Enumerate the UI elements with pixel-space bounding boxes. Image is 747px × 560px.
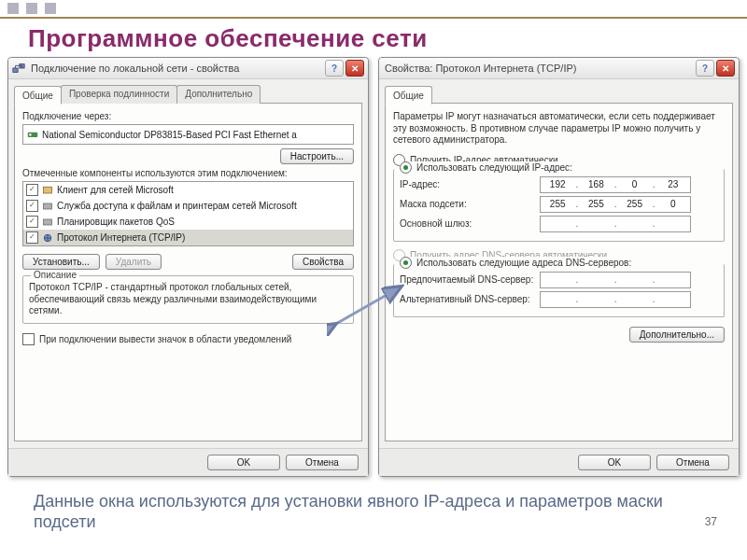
pref-dns-label: Предпочитаемый DNS-сервер: <box>400 274 540 285</box>
cancel-button[interactable]: Отмена <box>286 455 359 470</box>
components-list[interactable]: ✓ Клиент для сетей Microsoft ✓ Служба до… <box>22 181 354 246</box>
intro-text: Параметры IP могут назначаться автоматич… <box>393 111 725 147</box>
page-title: Программное обеспечение сети <box>0 19 747 57</box>
list-item[interactable]: ✓ Клиент для сетей Microsoft <box>23 182 353 198</box>
description-text: Протокол TCP/IP - стандартный протокол г… <box>29 282 347 317</box>
radio-label: Использовать следующий IP-адрес: <box>416 162 572 173</box>
close-button[interactable]: ✕ <box>345 60 364 77</box>
component-label: Клиент для сетей Microsoft <box>57 185 174 195</box>
description-group: Описание Протокол TCP/IP - стандартный п… <box>22 275 354 324</box>
alt-dns-input[interactable]: ... <box>540 291 691 308</box>
manual-dns-group: Использовать следующие адреса DNS-сервер… <box>393 264 725 317</box>
manual-ip-group: Использовать следующий IP-адрес: IP-адре… <box>393 169 725 242</box>
adapter-name: National Semiconductor DP83815-Based PCI… <box>42 130 297 140</box>
properties-button[interactable]: Свойства <box>292 254 354 270</box>
list-item-selected[interactable]: ✓ Протокол Интернета (TCP/IP) <box>23 230 353 245</box>
ok-button[interactable]: OK <box>578 455 651 470</box>
network-connection-icon <box>12 62 25 75</box>
ip-label: IP-адрес: <box>400 179 540 189</box>
install-button[interactable]: Установить... <box>22 254 100 270</box>
tab-body-general: Подключение через: National Semiconducto… <box>14 103 362 441</box>
tab-body-general: Параметры IP могут назначаться автоматич… <box>385 103 733 441</box>
titlebar[interactable]: Свойства: Протокол Интернета (TCP/IP) ? … <box>379 58 739 79</box>
svg-rect-6 <box>44 219 52 225</box>
svg-rect-5 <box>44 203 52 209</box>
svg-rect-3 <box>29 133 31 135</box>
tab-general[interactable]: Общие <box>14 86 62 105</box>
component-label: Протокол Интернета (TCP/IP) <box>57 232 185 243</box>
radio-manual-ip[interactable]: Использовать следующий IP-адрес: <box>400 161 576 174</box>
tray-icon-label: При подключении вывести значок в области… <box>39 334 291 344</box>
gateway-input[interactable]: ... <box>540 216 691 232</box>
radio-manual-dns[interactable]: Использовать следующие адреса DNS-сервер… <box>400 257 635 269</box>
alt-dns-label: Альтернативный DNS-сервер: <box>400 294 540 304</box>
configure-button[interactable]: Настроить... <box>280 148 354 164</box>
close-button[interactable]: ✕ <box>716 60 735 77</box>
ok-button[interactable]: OK <box>207 455 280 470</box>
gateway-label: Основной шлюз: <box>400 218 540 229</box>
radio-icon[interactable] <box>400 161 412 174</box>
qos-icon <box>42 217 53 228</box>
connect-via-label: Подключение через: <box>22 111 354 121</box>
help-button[interactable]: ? <box>696 60 714 77</box>
checkbox[interactable]: ✓ <box>26 200 38 212</box>
deco-square <box>7 3 19 14</box>
mask-label: Маска подсети: <box>400 199 540 209</box>
subnet-mask-input[interactable]: 255.255.255.0 <box>540 196 691 213</box>
ip-address-input[interactable]: 192.168.0.23 <box>540 176 691 193</box>
tab-advanced[interactable]: Дополнительно <box>176 85 261 104</box>
svg-rect-0 <box>13 68 18 72</box>
checkbox[interactable]: ✓ <box>26 231 38 244</box>
advanced-button[interactable]: Дополнительно... <box>629 327 725 343</box>
page-number: 37 <box>705 515 717 528</box>
window-title: Подключение по локальной сети - свойства <box>29 63 323 74</box>
tab-authentication[interactable]: Проверка подлинности <box>61 85 177 104</box>
adapter-field: National Semiconductor DP83815-Based PCI… <box>22 124 354 145</box>
checkbox[interactable]: ✓ <box>26 184 38 196</box>
tab-strip: Общие Проверка подлинности Дополнительно <box>8 79 368 104</box>
radio-icon[interactable] <box>400 257 412 269</box>
service-icon <box>42 201 53 212</box>
svg-rect-4 <box>44 187 52 193</box>
window-title: Свойства: Протокол Интернета (TCP/IP) <box>383 63 694 74</box>
components-label: Отмеченные компоненты используются этим … <box>22 168 354 178</box>
component-label: Планировщик пакетов QoS <box>57 217 175 227</box>
checkbox[interactable]: ✓ <box>26 216 38 228</box>
component-label: Служба доступа к файлам и принтерам сете… <box>57 201 297 211</box>
tab-general[interactable]: Общие <box>385 86 432 105</box>
deco-square <box>26 3 37 14</box>
remove-button: Удалить <box>106 254 162 270</box>
help-button[interactable]: ? <box>325 60 344 77</box>
cancel-button[interactable]: Отмена <box>656 455 729 470</box>
deco-square <box>45 3 56 14</box>
slide-caption: Данные окна используются для установки я… <box>0 477 747 532</box>
tcpip-properties-dialog: Свойства: Протокол Интернета (TCP/IP) ? … <box>378 57 740 477</box>
nic-icon <box>27 129 38 140</box>
tray-icon-checkbox[interactable]: ✓ <box>22 333 35 345</box>
titlebar[interactable]: Подключение по локальной сети - свойства… <box>8 58 368 79</box>
tab-strip: Общие <box>379 79 739 104</box>
nic-properties-dialog: Подключение по локальной сети - свойства… <box>7 57 369 477</box>
decorative-band <box>0 0 747 19</box>
pref-dns-input[interactable]: ... <box>540 272 691 288</box>
list-item[interactable]: ✓ Служба доступа к файлам и принтерам се… <box>23 198 353 214</box>
radio-label: Использовать следующие адреса DNS-сервер… <box>416 258 631 268</box>
description-legend: Описание <box>31 270 79 280</box>
protocol-icon <box>42 232 53 244</box>
button-bar: OK Отмена <box>8 448 368 476</box>
client-icon <box>42 185 53 196</box>
button-bar: OK Отмена <box>379 448 739 476</box>
list-item[interactable]: ✓ Планировщик пакетов QoS <box>23 214 353 230</box>
